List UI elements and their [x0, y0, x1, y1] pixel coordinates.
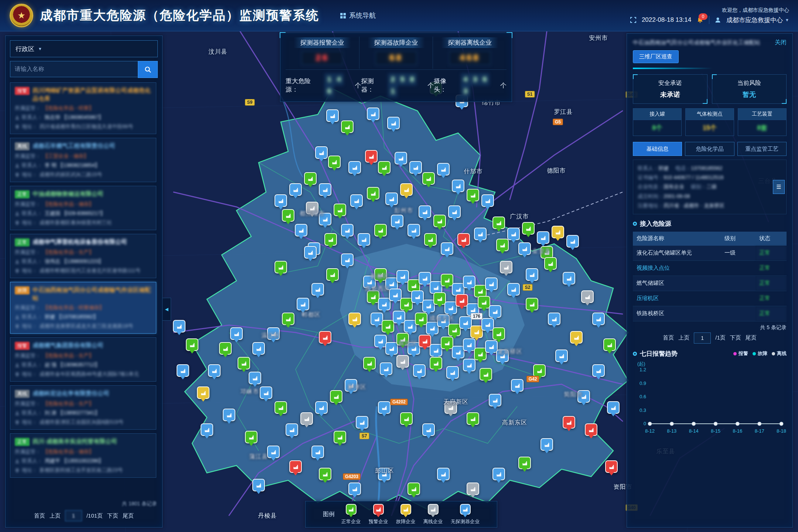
map-marker-w[interactable]: [365, 150, 378, 163]
map-marker-b[interactable]: [463, 338, 475, 351]
map-marker-b[interactable]: [389, 289, 402, 301]
page-number-input[interactable]: [65, 510, 82, 521]
map-marker-b[interactable]: [274, 194, 287, 207]
map-marker-w[interactable]: [419, 335, 431, 347]
map-marker-w[interactable]: [456, 294, 468, 307]
map-marker-b[interactable]: [385, 277, 398, 290]
map-marker-n[interactable]: [492, 216, 505, 229]
map-marker-n[interactable]: [492, 327, 505, 340]
fullscreen-icon[interactable]: [630, 17, 637, 23]
page-last-button[interactable]: 尾页: [746, 334, 757, 341]
map-marker-b[interactable]: [371, 313, 383, 325]
map-marker-b[interactable]: [249, 372, 261, 384]
map-marker-b[interactable]: [463, 276, 475, 288]
map-marker-n[interactable]: [603, 338, 616, 351]
tab-重点监管工艺[interactable]: 重点监管工艺: [737, 142, 787, 156]
map-marker-b[interactable]: [297, 298, 309, 310]
map-marker-b[interactable]: [350, 194, 363, 207]
map-marker-n[interactable]: [245, 431, 258, 443]
map-marker-b[interactable]: [173, 320, 185, 332]
map-marker-b[interactable]: [395, 152, 407, 164]
map-marker-n[interactable]: [378, 161, 391, 174]
map-marker-f[interactable]: [197, 386, 209, 399]
map-marker-n[interactable]: [304, 172, 317, 185]
map-marker-n[interactable]: [526, 298, 538, 310]
map-marker-w[interactable]: [289, 460, 302, 473]
map-marker-w[interactable]: [585, 423, 597, 436]
map-marker-b[interactable]: [286, 423, 298, 436]
map-marker-n[interactable]: [219, 342, 232, 355]
map-marker-b[interactable]: [356, 416, 368, 429]
map-marker-b[interactable]: [422, 423, 435, 436]
map-marker-f[interactable]: [570, 331, 583, 344]
map-marker-b[interactable]: [380, 362, 392, 375]
map-marker-b[interactable]: [252, 342, 265, 355]
map-marker-b[interactable]: [537, 231, 549, 244]
map-marker-b[interactable]: [489, 394, 501, 406]
map-marker-b[interactable]: [409, 161, 422, 174]
map-marker-w[interactable]: [605, 460, 618, 473]
page-first-button[interactable]: 首页: [663, 334, 674, 341]
notification-bell-icon[interactable]: 0: [696, 16, 704, 24]
map-marker-n[interactable]: [274, 261, 287, 273]
map-marker-n[interactable]: [396, 333, 409, 345]
map-marker-b[interactable]: [540, 438, 553, 451]
map-marker-b[interactable]: [446, 366, 459, 379]
map-marker-b[interactable]: [413, 364, 426, 377]
company-card[interactable]: 报警成都燃气集团股份有限公司所属监管：【危险化学品 - 生产】联系人：赵 强 【…: [10, 337, 156, 382]
map-marker-b[interactable]: [452, 346, 464, 358]
map-marker-b[interactable]: [311, 446, 324, 458]
map-marker-w[interactable]: [457, 233, 470, 246]
map-marker-f[interactable]: [348, 313, 361, 325]
map-marker-o[interactable]: [300, 412, 313, 425]
map-marker-b[interactable]: [511, 379, 524, 392]
map-marker-b[interactable]: [437, 163, 450, 175]
map-marker-n[interactable]: [448, 324, 461, 336]
map-marker-b[interactable]: [387, 117, 400, 129]
system-nav-button[interactable]: 系统导航: [340, 11, 376, 20]
map-marker-b[interactable]: [385, 342, 398, 355]
map-marker-o[interactable]: [500, 261, 512, 273]
map-marker-b[interactable]: [467, 303, 479, 316]
map-marker-n[interactable]: [474, 348, 487, 360]
map-marker-w[interactable]: [563, 416, 575, 429]
3d-patrol-button[interactable]: 三维厂区巡查: [633, 50, 679, 63]
map-marker-b[interactable]: [430, 344, 442, 357]
map-marker-b[interactable]: [485, 340, 498, 353]
map-marker-b[interactable]: [345, 379, 357, 392]
map-marker-b[interactable]: [437, 314, 450, 327]
map-marker-b[interactable]: [496, 349, 509, 362]
map-marker-b[interactable]: [563, 272, 575, 284]
page-next-button[interactable]: 下页: [730, 334, 741, 341]
map-marker-n[interactable]: [341, 120, 354, 133]
company-card[interactable]: 正常四川·成都美丰实业托管有限公司所属监管：【危险化学品 - 储存】联系人：周建…: [10, 433, 156, 478]
map-marker-n[interactable]: [367, 187, 379, 200]
map-marker-n[interactable]: [374, 224, 387, 236]
search-input[interactable]: [10, 61, 138, 77]
close-button[interactable]: 关闭: [775, 39, 787, 47]
org-switcher[interactable]: 成都市应急救援中心 ▼: [726, 16, 789, 24]
company-card[interactable]: 离线成都科宏达化学有限责任公司所属监管：【危险化学品 - 生产】联系人：刘 涛 …: [10, 385, 156, 430]
map-marker-b[interactable]: [526, 268, 538, 281]
map-marker-f[interactable]: [470, 325, 483, 338]
page-first-button[interactable]: 首页: [34, 512, 45, 519]
page-number-input[interactable]: [694, 332, 711, 344]
map-marker-b[interactable]: [363, 276, 376, 288]
map-marker-n[interactable]: [441, 337, 453, 349]
map-marker-n[interactable]: [441, 274, 453, 286]
map-marker-b[interactable]: [419, 272, 431, 284]
map-marker-b[interactable]: [304, 246, 317, 259]
map-marker-b[interactable]: [507, 228, 520, 240]
map-marker-b[interactable]: [422, 300, 435, 312]
table-row[interactable]: 铁路栈桥区正常: [633, 306, 787, 321]
map-marker-b[interactable]: [577, 390, 590, 403]
map-marker-b[interactable]: [441, 242, 453, 255]
search-button[interactable]: [138, 61, 158, 78]
table-row[interactable]: 视频接入点位正常: [633, 260, 787, 276]
map-marker-b[interactable]: [341, 253, 354, 266]
map-marker-n[interactable]: [544, 257, 557, 270]
map-marker-b[interactable]: [378, 401, 391, 414]
map-marker-b[interactable]: [396, 270, 409, 283]
map-marker-n[interactable]: [324, 233, 337, 246]
map-marker-n[interactable]: [282, 209, 294, 222]
